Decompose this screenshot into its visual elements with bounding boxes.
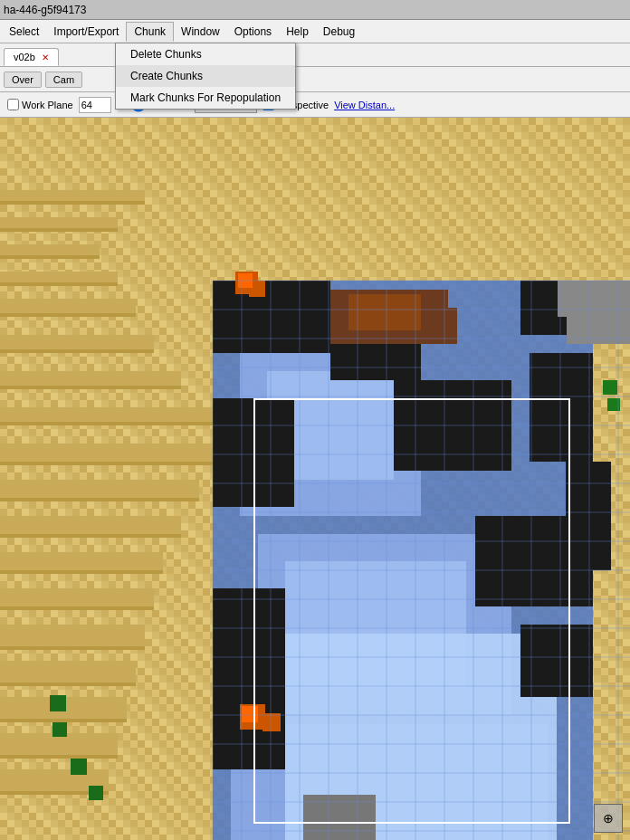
titlebar: ha-446-g5f94173 bbox=[0, 0, 630, 20]
menu-help[interactable]: Help bbox=[279, 23, 316, 41]
menu-import-export[interactable]: Import/Export bbox=[46, 23, 126, 41]
menu-mark-chunks[interactable]: Mark Chunks For Repopulation bbox=[116, 87, 295, 109]
menu-options[interactable]: Options bbox=[227, 23, 279, 41]
work-plane-checkbox[interactable] bbox=[7, 99, 19, 110]
menu-chunk[interactable]: Chunk bbox=[126, 22, 174, 42]
viewport: ⊕ bbox=[0, 118, 630, 840]
menubar: Select Import/Export Chunk Window Option… bbox=[0, 20, 630, 43]
tab-row: v02b ✕ bbox=[0, 43, 630, 67]
menu-select[interactable]: Select bbox=[2, 23, 46, 41]
tab-label: v02b bbox=[14, 52, 35, 62]
toolbar: Over Cam bbox=[0, 67, 630, 92]
nav-widget-icon: ⊕ bbox=[603, 811, 614, 826]
menu-create-chunks[interactable]: Create Chunks bbox=[116, 65, 295, 87]
chunk-dropdown: Delete Chunks Create Chunks Mark Chunks … bbox=[115, 43, 296, 110]
work-plane-checkbox-label[interactable]: Work Plane bbox=[7, 99, 73, 110]
menu-debug[interactable]: Debug bbox=[316, 23, 362, 41]
view-distance-link[interactable]: View Distan... bbox=[334, 100, 395, 110]
menu-delete-chunks[interactable]: Delete Chunks bbox=[116, 43, 295, 65]
tab-close-button[interactable]: ✕ bbox=[42, 52, 49, 62]
over-button[interactable]: Over bbox=[4, 72, 42, 88]
world-canvas bbox=[0, 118, 630, 840]
work-plane-value[interactable] bbox=[79, 97, 111, 113]
work-plane-label: Work Plane bbox=[22, 100, 73, 110]
titlebar-text: ha-446-g5f94173 bbox=[4, 4, 86, 16]
tab-world[interactable]: v02b ✕ bbox=[4, 48, 59, 66]
cam-button[interactable]: Cam bbox=[45, 72, 82, 88]
menu-window[interactable]: Window bbox=[174, 23, 227, 41]
optionsbar: Work Plane Show... ▼ Perspective View Di… bbox=[0, 92, 630, 118]
navigation-widget[interactable]: ⊕ bbox=[594, 804, 623, 833]
